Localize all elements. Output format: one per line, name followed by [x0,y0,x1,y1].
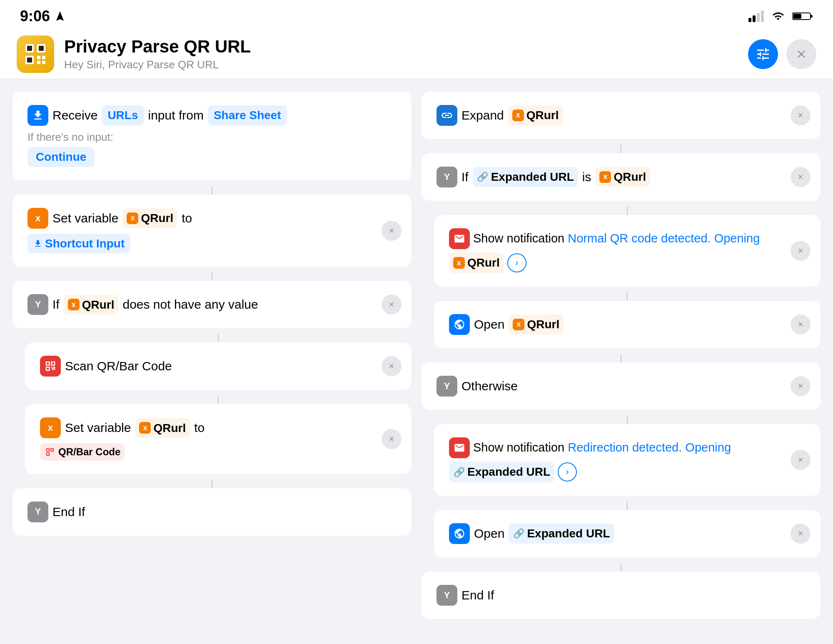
svg-rect-9 [37,56,40,59]
wifi-icon [771,10,786,22]
main-content: Receive URLs input from Share Sheet If t… [0,79,833,644]
end-if-card: Y End If [12,488,412,536]
orange-var-icon-2: x [68,299,80,310]
end-if-right-label: End If [461,587,494,604]
qr-barcode-token[interactable]: QR/Bar Code [40,443,125,461]
expand-row: Expand x QRurl [436,105,787,126]
qrurl-token-1[interactable]: x QRurl [122,208,177,228]
qrurl-token-2[interactable]: x QRurl [64,295,119,315]
qrurl-token-expand[interactable]: x QRurl [508,105,563,125]
svg-rect-12 [42,61,45,64]
set-var-row: x Set variable x QRurl to [27,208,378,229]
time-display: 9:06 [20,7,50,25]
r-connector-7 [621,563,621,572]
link-icon-token: 🔗 [477,171,489,183]
download-icon [27,105,48,126]
close-if-card[interactable]: × [382,295,402,315]
if-label: If [52,296,60,313]
orange-var-icon-if: x [599,171,611,183]
x-icon [795,48,808,60]
bar1 [748,18,751,22]
close-set-variable[interactable]: × [382,221,402,241]
close-notif-normal[interactable]: × [791,241,811,261]
close-notif-redirect[interactable]: × [791,450,811,470]
orange-var-icon-expand: x [512,110,524,121]
open-label-2: Open [474,525,504,542]
orange-var-icon-notif: x [453,257,465,269]
bar3 [757,13,760,22]
notif-redirect-row: Show notification Redirection detected. … [449,437,787,482]
close-if-expanded[interactable]: × [791,167,811,187]
open-qrurl-card: × Open x QRurl [434,301,821,348]
receive-urls-card: Receive URLs input from Share Sheet If t… [12,92,412,180]
qrurl-token-3[interactable]: x QRurl [135,418,190,438]
receive-row: Receive URLs input from Share Sheet [27,105,397,126]
urls-token[interactable]: URLs [102,105,144,125]
connector-5 [212,480,212,488]
otherwise-card: × Y Otherwise [421,362,821,410]
orange-var-icon-3: x [139,422,151,434]
show-notif-redirect-card: × Show notification Redirection detected… [434,424,821,496]
orange-var-icon-open: x [513,319,524,330]
otherwise-block: × Show notification Redirection detected… [434,416,821,563]
shortcut-input-token[interactable]: Shortcut Input [27,234,130,253]
link-icon-notif: 🔗 [453,466,465,478]
share-sheet-token[interactable]: Share Sheet [208,105,287,125]
expand-notif-btn-1[interactable]: › [507,253,526,272]
y-icon-end: Y [27,502,48,522]
expand-notif-btn-2[interactable]: › [558,462,577,482]
orange-var-icon: x [127,212,138,224]
status-icons [748,10,813,22]
redirect-text: Redirection detected. Opening [568,439,731,457]
settings-button[interactable] [748,39,778,69]
close-otherwise[interactable]: × [791,376,811,396]
safari-icon-2 [449,523,470,544]
qr-icon-small [44,446,56,458]
scan-row: Scan QR/Bar Code [40,356,378,377]
svg-rect-11 [37,61,40,64]
expand-card: × Expand x QRurl [421,92,821,139]
set-variable-card: × x Set variable x QRurl to Shortcut Inp… [12,195,412,267]
set-var-qr-card: × x Set variable x QRurl to QR/Ba [25,404,412,474]
expanded-url-token-notif[interactable]: 🔗 Expanded URL [449,462,554,482]
close-set-var-qr[interactable]: × [382,429,402,449]
app-icon [17,35,54,73]
r-connector-6 [627,502,628,510]
if-qrurl-card: × Y If x QRurl does not have any value [12,281,412,328]
status-time: 9:06 [20,7,66,25]
qr-app-icon [23,42,48,67]
expanded-url-token-open[interactable]: 🔗 Expanded URL [509,524,614,543]
svg-rect-8 [39,46,44,51]
close-scan-card[interactable]: × [382,356,402,376]
end-if-row: Y End If [27,502,378,522]
close-button[interactable] [786,39,816,69]
notif-icon-1 [449,228,470,249]
open-label-1: Open [474,316,504,333]
end-if-right-row: Y End If [436,585,787,606]
y-icon-1: Y [27,294,48,315]
continue-button[interactable]: Continue [27,147,95,167]
close-open-expanded[interactable]: × [791,524,811,544]
app-title: Privacy Parse QR URL [64,37,748,57]
notif-normal-row: Show notification Normal QR code detecte… [449,228,787,273]
connector-4 [218,396,219,404]
safari-icon-1 [449,314,470,335]
svg-rect-6 [27,57,32,62]
y-icon-2: Y [436,167,457,187]
link-expand-icon [436,105,457,126]
if-expanded-block: × Show notification Normal QR code detec… [434,207,821,354]
set-var-qr-row: x Set variable x QRurl to [40,417,378,438]
close-open-qrurl[interactable]: × [791,315,811,334]
expanded-url-token[interactable]: 🔗 Expanded URL [473,167,578,187]
no-input-label: If there's no input: [27,131,397,144]
app-header: Privacy Parse QR URL Hey Siri, Privacy P… [0,29,833,79]
svg-rect-2 [793,14,801,19]
link-icon-open: 🔗 [513,528,524,539]
otherwise-row: Y Otherwise [436,376,787,397]
qrurl-token-notif[interactable]: x QRurl [449,252,504,273]
close-expand[interactable]: × [791,105,811,125]
y-icon-otherwise: Y [436,376,457,397]
r-connector-3 [627,292,628,301]
qrurl-token-open[interactable]: x QRurl [509,315,564,334]
qrurl-token-if[interactable]: x QRurl [595,167,650,187]
